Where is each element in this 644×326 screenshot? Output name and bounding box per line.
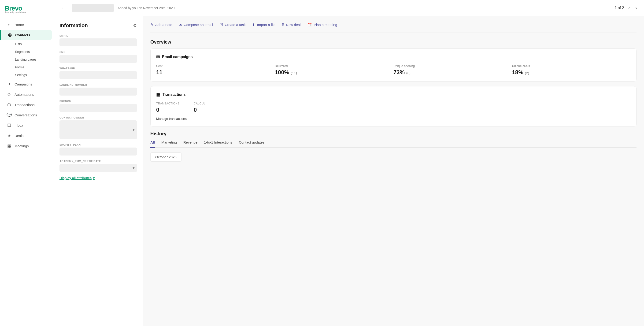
create-task-icon: ☑	[220, 22, 223, 27]
next-arrow-icon: ›	[635, 5, 637, 10]
sidebar-nav: ⌂ Home ◎ Contacts Lists Segments Landing…	[0, 18, 54, 153]
back-arrow-icon: ←	[61, 5, 66, 10]
history-month-label: October 2023	[150, 152, 182, 162]
stat-opening-value: 73% (8)	[394, 69, 512, 76]
sidebar-item-meetings[interactable]: ▦ Meetings	[2, 141, 52, 151]
next-contact-button[interactable]: ›	[634, 4, 638, 12]
plan-meeting-label: Plan a meeting	[314, 23, 337, 27]
sidebar-item-label: Inbox	[14, 124, 23, 128]
tab-all[interactable]: All	[150, 140, 155, 148]
sidebar-item-label: Home	[14, 23, 24, 27]
added-by-text: Added by you on November 28th, 2020	[118, 6, 175, 10]
stat-clicks-value: 18% (2)	[512, 69, 631, 76]
field-contact-owner: CONTACT OWNER ▾	[60, 116, 137, 139]
trans-item-calcul: CALCUL 0	[194, 102, 206, 113]
dropdown-chevron-icon: ▾	[132, 127, 135, 132]
email-campaigns-card: ✉ Email campaigns Sent 11 Delivered 100%	[150, 48, 636, 82]
history-tabs: All Marketing Revenue 1-to-1 Interaction…	[150, 140, 636, 148]
chevron-down-icon: ▾	[93, 176, 94, 180]
field-value-contact-owner[interactable]: ▾	[60, 120, 137, 139]
import-file-icon: ⬆	[252, 22, 255, 27]
compose-email-icon: ✉	[179, 22, 182, 27]
stat-unique-opening: Unique opening 73% (8)	[394, 64, 512, 76]
field-value-email[interactable]	[60, 38, 137, 46]
field-value-academy[interactable]: ▾	[60, 164, 137, 172]
stat-sent: Sent 11	[156, 64, 275, 76]
sidebar-item-forms[interactable]: Forms	[12, 64, 52, 71]
field-value-prenom[interactable]	[60, 104, 137, 112]
add-note-button[interactable]: ✎ Add a note	[150, 22, 172, 28]
tab-interactions[interactable]: 1-to-1 Interactions	[204, 140, 232, 148]
plan-meeting-icon: 📅	[307, 22, 312, 27]
inbox-icon: ☐	[6, 123, 12, 128]
back-button[interactable]: ←	[60, 4, 68, 12]
manage-transactions-button[interactable]: Manage transactions	[156, 117, 187, 120]
stat-delivered-label: Delivered	[275, 64, 394, 68]
display-all-attributes-button[interactable]: Display all attributes ▾	[60, 176, 94, 180]
settings-gear-button[interactable]: ⚙	[133, 23, 137, 28]
sidebar-item-label: Meetings	[14, 144, 29, 148]
sidebar-item-home[interactable]: ⌂ Home	[2, 20, 52, 30]
compose-email-button[interactable]: ✉ Compose an email	[179, 22, 213, 28]
field-value-shopify-plan[interactable]	[60, 148, 137, 156]
sidebar-item-inbox[interactable]: ☐ Inbox	[2, 120, 52, 130]
sidebar-item-conversations[interactable]: 💬 Conversations	[2, 110, 52, 120]
sidebar-item-deals[interactable]: ◈ Deals	[2, 131, 52, 140]
sidebar-item-segments[interactable]: Segments	[12, 48, 52, 56]
email-campaigns-icon: ✉	[156, 54, 160, 60]
trans-item-count: TRANSACTIONS 0	[156, 102, 180, 113]
stat-clicks-label: Unique clicks	[512, 64, 631, 68]
sidebar-item-campaigns[interactable]: ✈ Campaigns	[2, 79, 52, 89]
info-title: Information	[60, 22, 88, 28]
plan-meeting-button[interactable]: 📅 Plan a meeting	[307, 22, 337, 28]
info-header: Information ⚙	[60, 22, 137, 28]
stat-delivered: Delivered 100% (11)	[275, 64, 394, 76]
create-task-button[interactable]: ☑ Create a task	[220, 22, 246, 28]
field-value-landline[interactable]	[60, 88, 137, 96]
stat-opening-label: Unique opening	[394, 64, 512, 68]
sidebar-item-settings[interactable]: Settings	[12, 71, 52, 79]
tab-revenue[interactable]: Revenue	[183, 140, 198, 148]
new-deal-label: New deal	[286, 23, 301, 27]
main-content: ← Added by you on November 28th, 2020 1 …	[54, 0, 644, 326]
deals-icon: ◈	[6, 133, 12, 138]
field-label-contact-owner: CONTACT OWNER	[60, 116, 137, 119]
field-label-shopify-plan: SHOPIFY_PLAN	[60, 143, 137, 146]
sidebar-item-lists[interactable]: Lists	[12, 40, 52, 48]
meetings-icon: ▦	[6, 143, 12, 148]
tab-contact-updates[interactable]: Contact updates	[239, 140, 264, 148]
sidebar-item-landing-pages[interactable]: Landing pages	[12, 56, 52, 63]
stat-sent-label: Sent	[156, 64, 275, 68]
stat-unique-clicks: Unique clicks 18% (2)	[512, 64, 631, 76]
trans-calcul-value: 0	[194, 106, 206, 113]
sidebar-item-contacts[interactable]: ◎ Contacts	[0, 30, 52, 40]
brand-sub: Formerly sendinblue	[5, 11, 49, 14]
transactions-row: TRANSACTIONS 0 CALCUL 0	[156, 102, 631, 113]
field-label-email: EMAIL	[60, 34, 137, 37]
email-stats-row: Sent 11 Delivered 100% (11) Unique ope	[156, 64, 631, 76]
automations-icon: ⟳	[6, 92, 12, 97]
field-prenom: PRENOM	[60, 100, 137, 112]
tab-marketing[interactable]: Marketing	[161, 140, 177, 148]
field-value-whatsapp[interactable]	[60, 71, 137, 79]
field-shopify-plan: SHOPIFY_PLAN	[60, 143, 137, 156]
import-file-button[interactable]: ⬆ Import a file	[252, 22, 276, 28]
field-value-sms[interactable]	[60, 55, 137, 63]
campaigns-icon: ✈	[6, 82, 12, 87]
right-panel: ✎ Add a note ✉ Compose an email ☑ Create…	[143, 16, 644, 326]
field-label-landline: LANDLINE_NUMBER	[60, 83, 137, 86]
transactions-icon: ▦	[156, 92, 160, 97]
field-label-academy: ACADEMY_EMM_CERTIFICATE	[60, 160, 137, 162]
new-deal-button[interactable]: $ New deal	[282, 22, 300, 28]
sidebar-item-transactional[interactable]: ⬡ Transactional	[2, 100, 52, 110]
sidebar-item-label: Deals	[14, 134, 24, 138]
sidebar-item-label: Conversations	[14, 113, 37, 117]
note-icon: ✎	[150, 22, 154, 27]
prev-contact-button[interactable]: ‹	[627, 4, 631, 12]
sidebar: Brevo Formerly sendinblue ⌂ Home ◎ Conta…	[0, 0, 54, 326]
home-icon: ⌂	[6, 22, 12, 27]
content-area: Information ⚙ EMAIL SMS WHATSAPP LANDLIN…	[54, 16, 644, 326]
sidebar-item-label: Automations	[14, 92, 34, 96]
sidebar-item-automations[interactable]: ⟳ Automations	[2, 90, 52, 99]
contacts-sub-menu: Lists Segments Landing pages Forms Setti…	[0, 40, 54, 79]
